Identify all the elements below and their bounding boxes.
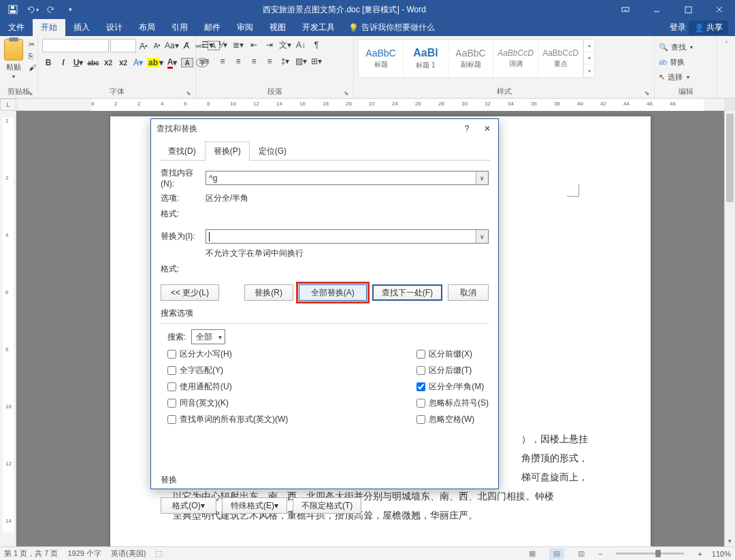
chk-ignore-space[interactable]: 忽略空格(W) [416, 414, 489, 425]
chk-word-forms[interactable]: 查找单词的所有形式(英文)(W) [167, 414, 288, 425]
numbering-icon[interactable]: ⅟▾ [216, 39, 229, 51]
tab-insert[interactable]: 插入 [65, 19, 98, 36]
zoom-out-icon[interactable]: − [598, 550, 602, 558]
text-effects-icon[interactable]: A▾ [132, 56, 144, 69]
font-launcher[interactable]: ⬊ [186, 90, 191, 97]
scrollbar-thumb[interactable] [726, 114, 734, 202]
dialog-titlebar[interactable]: 查找和替换 ? ✕ [151, 119, 498, 138]
minimize-icon[interactable] [641, 0, 672, 19]
horizontal-ruler[interactable]: 8224681012141618202224262830323436384042… [16, 99, 724, 111]
clear-formatting-icon[interactable]: A̸ [180, 39, 193, 52]
ruler-corner[interactable]: L [0, 99, 16, 111]
tab-layout[interactable]: 布局 [131, 19, 163, 36]
maximize-icon[interactable] [672, 0, 704, 19]
redo-icon[interactable] [42, 1, 60, 18]
format-button[interactable]: 格式(O) ▾ [161, 497, 216, 514]
bullets-icon[interactable]: ☰▾ [200, 39, 214, 51]
chk-ignore-punct[interactable]: 忽略标点符号(S) [416, 397, 489, 409]
select-button[interactable]: ↖选择▾ [659, 70, 689, 84]
grow-font-icon[interactable]: A▴ [137, 39, 150, 52]
clipboard-launcher[interactable]: ⬊ [28, 90, 33, 97]
status-page[interactable]: 第 1 页，共 7 页 [4, 548, 58, 559]
distribute-icon[interactable]: ≡ [263, 55, 276, 67]
dialog-help-icon[interactable]: ? [461, 124, 472, 133]
view-web-icon[interactable]: ▥ [574, 548, 589, 559]
tab-mailings[interactable]: 邮件 [196, 19, 229, 36]
style-heading1[interactable]: AaBl标题 1 [404, 39, 448, 78]
style-strong[interactable]: AaBbCcD要点 [538, 39, 583, 78]
close-icon[interactable] [704, 0, 735, 19]
font-name-combo[interactable] [42, 39, 109, 52]
underline-icon[interactable]: U▾ [72, 56, 84, 69]
style-title[interactable]: AaBbC标题 [359, 39, 404, 78]
line-spacing-icon[interactable]: ‡▾ [278, 55, 292, 67]
find-next-button[interactable]: 查找下一处(F) [372, 284, 442, 301]
status-language[interactable]: 英语(美国) [111, 548, 146, 559]
replace-button[interactable]: ab替换 [659, 55, 685, 69]
multilevel-icon[interactable]: ≣▾ [231, 39, 245, 51]
align-right-icon[interactable]: ≡ [231, 55, 245, 67]
replace-with-input[interactable]: ∨ [206, 229, 489, 244]
tab-view[interactable]: 视图 [261, 19, 294, 36]
status-record-icon[interactable]: ⬚ [155, 549, 165, 558]
zoom-slider[interactable] [616, 553, 684, 555]
borders-icon[interactable]: ⊞▾ [310, 55, 323, 67]
chk-prefix[interactable]: 区分前缀(X) [416, 348, 489, 360]
superscript-icon[interactable]: x2 [117, 56, 129, 69]
tab-design[interactable]: 设计 [98, 19, 131, 36]
collapse-ribbon-icon[interactable]: ˄ [717, 36, 735, 98]
view-print-icon[interactable]: ▤ [549, 548, 564, 559]
undo-icon[interactable]: ▾ [23, 1, 41, 18]
dialog-tab-goto[interactable]: 定位(G) [250, 142, 295, 161]
style-emphasis[interactable]: AaBbCcD强调 [493, 39, 538, 78]
replace-all-button[interactable]: 全部替换(A) [299, 284, 367, 301]
align-left-icon[interactable]: ≡ [200, 55, 214, 67]
vertical-ruler[interactable]: 22468101214 [0, 111, 16, 546]
view-read-icon[interactable]: ▦ [525, 548, 540, 559]
cancel-button[interactable]: 取消 [448, 284, 489, 301]
vertical-scrollbar[interactable]: ▴ ▾ [724, 111, 735, 546]
sort-icon[interactable]: A↓ [294, 39, 308, 51]
tab-references[interactable]: 引用 [163, 19, 196, 36]
zoom-level[interactable]: 110% [712, 550, 731, 558]
font-size-combo[interactable] [110, 39, 136, 52]
find-button[interactable]: 🔍查找▾ [659, 40, 693, 54]
dialog-close-icon[interactable]: ✕ [482, 124, 493, 133]
style-gallery[interactable]: AaBbC标题 AaBl标题 1 AaBbC副标题 AaBbCcD强调 AaBb… [358, 39, 595, 78]
zoom-knob[interactable] [655, 550, 661, 557]
status-words[interactable]: 1929 个字 [67, 548, 101, 559]
increase-indent-icon[interactable]: ⇥ [263, 39, 276, 51]
align-center-icon[interactable]: ≡ [216, 55, 229, 67]
login-link[interactable]: 登录 [670, 22, 686, 33]
chk-wildcards[interactable]: 使用通配符(U) [167, 381, 288, 393]
change-case-icon[interactable]: Aa▾ [165, 39, 179, 52]
dialog-tab-find[interactable]: 查找(D) [159, 142, 205, 161]
tab-home[interactable]: 开始 [33, 19, 65, 36]
subscript-icon[interactable]: x2 [102, 56, 114, 69]
replace-dropdown-icon[interactable]: ∨ [476, 230, 488, 243]
find-dropdown-icon[interactable]: ∨ [476, 171, 488, 184]
tell-me-search[interactable]: 💡 告诉我你想要做什么 [343, 19, 435, 36]
replace-one-button[interactable]: 替换(R) [244, 284, 293, 301]
show-marks-icon[interactable]: ¶ [310, 39, 323, 51]
tab-developer[interactable]: 开发工具 [294, 19, 343, 36]
font-color-icon[interactable]: A▾ [166, 56, 178, 69]
strikethrough-icon[interactable]: abc [87, 56, 99, 69]
tab-review[interactable]: 审阅 [229, 19, 261, 36]
qat-customize-icon[interactable]: ▾ [61, 1, 79, 18]
chk-sounds-like[interactable]: 同音(英文)(K) [167, 397, 288, 409]
ribbon-options-icon[interactable] [610, 0, 641, 19]
style-subtitle[interactable]: AaBbC副标题 [448, 39, 493, 78]
zoom-in-icon[interactable]: + [698, 550, 702, 558]
text-direction-icon[interactable]: 文▾ [278, 39, 292, 51]
less-button[interactable]: << 更少(L) [161, 284, 219, 301]
save-icon[interactable] [4, 1, 22, 18]
italic-icon[interactable]: I [57, 56, 69, 69]
paste-button[interactable]: 粘贴 ▾ [4, 39, 23, 80]
search-direction-select[interactable]: 全部 [191, 329, 225, 344]
chk-whole-word[interactable]: 全字匹配(Y) [167, 365, 288, 376]
decrease-indent-icon[interactable]: ⇤ [247, 39, 261, 51]
chk-half-full[interactable]: 区分全/半角(M) [416, 381, 489, 393]
tab-file[interactable]: 文件 [0, 19, 33, 36]
no-formatting-button[interactable]: 不限定格式(T) [293, 497, 361, 514]
